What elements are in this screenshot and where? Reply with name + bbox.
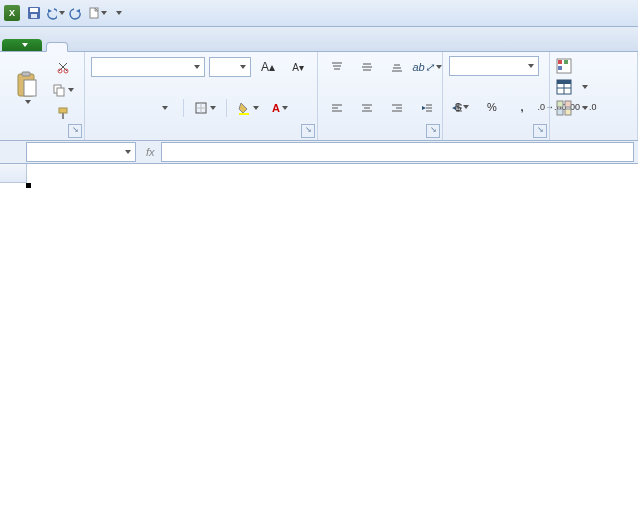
dialog-launcher-icon[interactable]: ↘ (301, 124, 315, 138)
align-top-button[interactable] (324, 56, 350, 78)
grow-font-button[interactable]: A▴ (255, 56, 281, 78)
svg-rect-43 (564, 60, 568, 64)
group-styles (550, 52, 638, 140)
borders-icon (194, 101, 208, 115)
dialog-launcher-icon[interactable]: ↘ (68, 124, 82, 138)
file-tab[interactable] (2, 39, 42, 51)
shrink-font-button[interactable]: A▾ (285, 56, 311, 78)
chevron-down-icon (282, 106, 288, 110)
fill-color-icon (237, 101, 251, 115)
align-right-button[interactable] (384, 97, 410, 119)
conditional-formatting-button[interactable] (556, 56, 631, 76)
group-alignment: ab⤢ ↘ (318, 52, 443, 140)
group-label (556, 138, 631, 140)
copy-icon (52, 83, 66, 97)
formula-input[interactable] (161, 142, 634, 162)
dialog-launcher-icon[interactable]: ↘ (533, 124, 547, 138)
chevron-down-icon (528, 64, 534, 68)
currency-icon: $ (455, 101, 461, 113)
align-bottom-icon (390, 60, 404, 74)
paste-button[interactable] (6, 54, 48, 120)
undo-icon (45, 6, 57, 20)
tab-page-layout[interactable] (88, 43, 108, 51)
excel-icon: X (4, 5, 20, 21)
orientation-icon: ab⤢ (412, 61, 433, 74)
cell-styles-button[interactable] (556, 98, 631, 118)
group-label (324, 138, 436, 140)
worksheet-grid (0, 164, 638, 183)
group-label (91, 138, 311, 140)
svg-rect-42 (558, 60, 562, 64)
chevron-down-icon (22, 43, 28, 47)
new-button[interactable] (87, 3, 107, 23)
cell-styles-icon (556, 100, 572, 116)
font-color-icon: A (272, 102, 280, 114)
shrink-font-icon: A▾ (292, 62, 304, 73)
chevron-down-icon (240, 65, 246, 69)
number-format-select[interactable] (449, 56, 539, 76)
tab-developer[interactable] (208, 43, 228, 51)
tab-home[interactable] (46, 42, 68, 52)
align-right-icon (390, 101, 404, 115)
font-color-button[interactable]: A (267, 97, 293, 119)
chevron-down-icon (68, 88, 74, 92)
redo-button[interactable] (66, 3, 86, 23)
format-as-table-button[interactable] (556, 77, 631, 97)
chevron-down-icon (116, 11, 122, 15)
save-button[interactable] (24, 3, 44, 23)
fx-icon[interactable]: fx (146, 146, 155, 158)
align-middle-button[interactable] (354, 56, 380, 78)
bold-button[interactable] (91, 97, 117, 119)
comma-button[interactable]: , (509, 96, 535, 118)
title-bar: X (0, 0, 638, 27)
borders-button[interactable] (190, 97, 220, 119)
tab-data[interactable] (128, 43, 148, 51)
svg-rect-10 (57, 88, 64, 96)
italic-button[interactable] (121, 97, 147, 119)
tab-more[interactable] (228, 43, 248, 51)
fill-handle[interactable] (26, 183, 31, 188)
chevron-down-icon (436, 65, 442, 69)
copy-button[interactable] (48, 79, 78, 101)
tab-new-tab[interactable] (148, 43, 168, 51)
tab-insert[interactable] (68, 43, 88, 51)
currency-button[interactable]: $ (449, 96, 475, 118)
orientation-button[interactable]: ab⤢ (414, 56, 440, 78)
percent-icon: % (487, 101, 497, 113)
svg-rect-44 (558, 66, 562, 70)
cut-button[interactable] (48, 56, 78, 78)
svg-rect-6 (24, 80, 36, 96)
underline-button[interactable] (151, 97, 177, 119)
name-box[interactable] (26, 142, 136, 162)
chevron-down-icon (125, 150, 131, 154)
undo-button[interactable] (45, 3, 65, 23)
align-top-icon (330, 60, 344, 74)
selection-box (26, 183, 30, 187)
decrease-indent-button[interactable] (414, 97, 440, 119)
qat-customize-button[interactable] (108, 3, 128, 23)
redo-icon (69, 6, 83, 20)
chevron-down-icon (463, 105, 469, 109)
font-name-select[interactable] (91, 57, 205, 77)
percent-button[interactable]: % (479, 96, 505, 118)
tab-review[interactable] (168, 43, 188, 51)
font-size-select[interactable] (209, 57, 251, 77)
group-label (6, 138, 78, 140)
group-number: $ % , .0→.00 .00→.0 ↘ (443, 52, 550, 140)
fill-color-button[interactable] (233, 97, 263, 119)
tab-formulas[interactable] (108, 43, 128, 51)
format-painter-button[interactable] (48, 102, 78, 124)
align-center-button[interactable] (354, 97, 380, 119)
dialog-launcher-icon[interactable]: ↘ (426, 124, 440, 138)
chevron-down-icon (25, 100, 31, 104)
group-label (449, 138, 543, 140)
chevron-down-icon (582, 106, 588, 110)
select-all-corner[interactable] (0, 164, 27, 183)
align-left-button[interactable] (324, 97, 350, 119)
svg-rect-51 (557, 109, 563, 115)
align-bottom-button[interactable] (384, 56, 410, 78)
svg-rect-5 (22, 72, 30, 76)
group-font: A▴ A▾ A ↘ (85, 52, 318, 140)
tab-view[interactable] (188, 43, 208, 51)
paste-icon (14, 70, 40, 100)
